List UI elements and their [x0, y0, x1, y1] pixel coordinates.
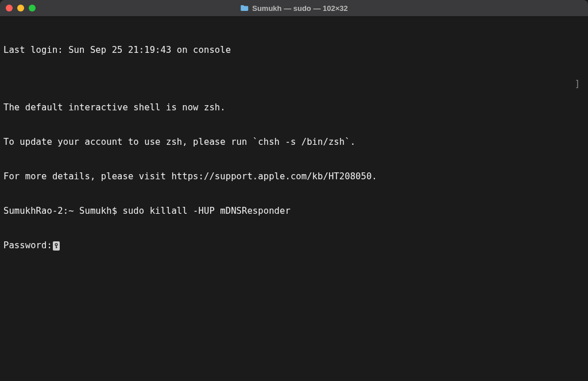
password-label: Password: [3, 240, 52, 251]
svg-point-0 [55, 243, 57, 245]
window-title-text: Sumukh — sudo — 102×32 [252, 4, 348, 13]
svg-rect-1 [56, 245, 56, 248]
window-title: Sumukh — sudo — 102×32 [240, 4, 348, 13]
entered-command: sudo killall -HUP mDNSResponder [123, 206, 291, 216]
folder-icon [240, 5, 249, 11]
terminal-window: Sumukh — sudo — 102×32 Last login: Sun S… [0, 0, 588, 381]
terminal-body[interactable]: Last login: Sun Sep 25 21:19:43 on conso… [0, 16, 588, 381]
shell-prompt: SumukhRao-2:~ Sumukh$ [3, 206, 123, 216]
output-line: For more details, please visit https://s… [3, 171, 585, 182]
key-icon [53, 241, 60, 251]
window-titlebar[interactable]: Sumukh — sudo — 102×32 [0, 0, 588, 16]
output-line: Last login: Sun Sep 25 21:19:43 on conso… [3, 44, 585, 56]
close-button[interactable] [6, 5, 13, 11]
line-end-marker: ] [575, 79, 580, 89]
maximize-button[interactable] [29, 5, 36, 11]
password-line: Password: [3, 240, 585, 251]
svg-rect-2 [56, 247, 57, 248]
traffic-lights [6, 5, 36, 11]
terminal-output: Last login: Sun Sep 25 21:19:43 on conso… [3, 21, 585, 274]
output-line: The default interactive shell is now zsh… [3, 102, 585, 113]
minimize-button[interactable] [17, 5, 24, 11]
command-line: SumukhRao-2:~ Sumukh$ sudo killall -HUP … [3, 205, 585, 217]
output-line: To update your account to use zsh, pleas… [3, 136, 585, 148]
